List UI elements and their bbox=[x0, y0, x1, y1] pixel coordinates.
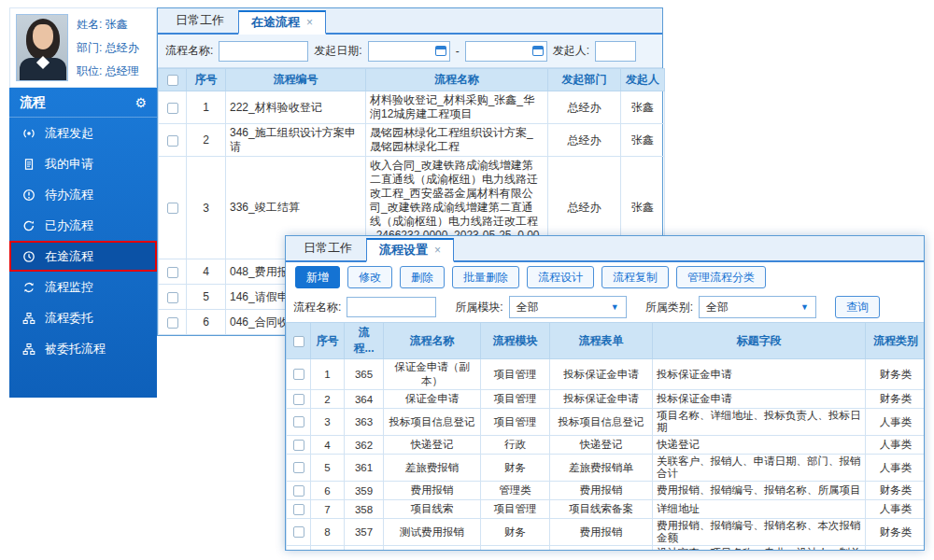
table-row[interactable]: 2346_施工组织设计方案申请晟铭园林绿化工程组织设计方案_晟铭园林绿化工程总经… bbox=[159, 124, 665, 157]
sidebar-item-label: 待办流程 bbox=[45, 187, 93, 203]
table-row[interactable]: 6359费用报销管理类费用报销费用报销、报销编号、报销名称、所属项目财务类 bbox=[287, 482, 926, 500]
close-icon[interactable]: × bbox=[434, 244, 441, 257]
row-checkbox[interactable] bbox=[293, 416, 304, 427]
table-row[interactable]: 1365保证金申请（副本）项目管理投标保证金申请投标保证金申请财务类 bbox=[287, 359, 926, 390]
col-header-form[interactable]: 流程表单 bbox=[550, 323, 653, 359]
select-all-checkbox[interactable] bbox=[167, 75, 178, 86]
cell-title: 关联客户、报销人、申请日期、部门、报销合计 bbox=[653, 455, 866, 482]
cell-category: 财务类 bbox=[866, 482, 926, 500]
initiator-label: 发起人: bbox=[553, 43, 589, 59]
sidebar-item-monitor[interactable]: 流程监控 bbox=[9, 272, 157, 302]
col-header-name[interactable]: 流程名称 bbox=[366, 69, 548, 91]
manage-category-button[interactable]: 管理流程分类 bbox=[676, 266, 766, 288]
row-checkbox[interactable] bbox=[293, 440, 304, 451]
row-checkbox[interactable] bbox=[293, 504, 304, 515]
cell-name: 测试费用报销 bbox=[384, 519, 481, 546]
add-button[interactable]: 新增 bbox=[295, 266, 340, 288]
process-copy-button[interactable]: 流程复制 bbox=[601, 266, 669, 288]
sidebar-item-label: 我的申请 bbox=[45, 156, 93, 173]
tab-daily-work-2[interactable]: 日常工作 bbox=[291, 236, 364, 260]
cell-dept: 总经办 bbox=[548, 124, 621, 157]
sidebar-item-done[interactable]: 已办流程 bbox=[9, 210, 157, 241]
initiator-input[interactable] bbox=[595, 41, 636, 62]
tab-in-transit[interactable]: 在途流程 × bbox=[238, 10, 326, 35]
date-from-input[interactable] bbox=[368, 41, 450, 62]
process-name-input[interactable] bbox=[219, 41, 308, 62]
sidebar-item-delegated-to-me[interactable]: 被委托流程 bbox=[9, 333, 157, 364]
sidebar-item-todo[interactable]: 待办流程 bbox=[9, 179, 157, 210]
category-select[interactable]: 全部 ▼ bbox=[699, 296, 816, 318]
cell-category: 财务类 bbox=[866, 359, 926, 390]
delegate-icon bbox=[21, 312, 37, 325]
process-name-input[interactable] bbox=[347, 297, 436, 317]
row-checkbox[interactable] bbox=[293, 485, 304, 497]
w2-table-body: 1365保证金申请（副本）项目管理投标保证金申请投标保证金申请财务类2364保证… bbox=[287, 359, 926, 552]
col-header-name[interactable]: 流程名称 bbox=[384, 323, 481, 359]
table-row[interactable]: 2364保证金申请项目管理投标保证金申请投标保证金申请财务类 bbox=[287, 390, 926, 409]
tab-daily-work[interactable]: 日常工作 bbox=[163, 8, 236, 33]
checkbox-cell bbox=[287, 519, 311, 546]
row-checkbox[interactable] bbox=[167, 103, 178, 114]
col-header-module[interactable]: 流程模块 bbox=[481, 323, 550, 359]
row-checkbox[interactable] bbox=[293, 394, 304, 405]
module-select[interactable]: 全部 ▼ bbox=[509, 296, 627, 318]
select-all-checkbox[interactable] bbox=[293, 336, 304, 347]
cell-form: 差旅费报销单 bbox=[550, 455, 653, 482]
cell-name: 费用报销 bbox=[384, 482, 481, 500]
table-row[interactable]: 5361差旅费报销财务差旅费报销单关联客户、报销人、申请日期、部门、报销合计人事… bbox=[287, 455, 926, 482]
cell-title: 设计审查、项目名称、专业、设计人、制单日期 bbox=[653, 546, 866, 552]
col-header-no[interactable]: 序号 bbox=[311, 323, 345, 359]
process-design-button[interactable]: 流程设计 bbox=[527, 266, 594, 288]
sidebar-item-delegate[interactable]: 流程委托 bbox=[9, 302, 157, 333]
table-row[interactable]: 8357测试费用报销财务费用报销费用报销、报销编号、报销名称、本次报销金额财务类 bbox=[287, 519, 926, 546]
row-checkbox[interactable] bbox=[293, 462, 304, 473]
sidebar-item-in-transit[interactable]: 在途流程 bbox=[9, 241, 157, 272]
process-name-label: 流程名称: bbox=[293, 300, 341, 315]
tab-label: 在途流程 bbox=[251, 14, 300, 31]
done-icon bbox=[21, 219, 37, 232]
col-header-dept[interactable]: 发起部门 bbox=[548, 69, 621, 91]
table-row[interactable]: 3363投标项目信息登记项目管理投标项目信息登记项目名称、详细地址、投标负责人、… bbox=[287, 409, 926, 436]
row-checkbox[interactable] bbox=[167, 292, 178, 303]
col-header-code[interactable]: 流程... bbox=[345, 323, 384, 359]
process-name-label: 流程名称: bbox=[165, 43, 213, 59]
row-checkbox[interactable] bbox=[167, 203, 178, 214]
row-checkbox[interactable] bbox=[167, 135, 178, 147]
table-row[interactable]: 1222_材料验收登记材料验收登记_材料采购_张鑫_华润12城房建工程项目总经办… bbox=[159, 91, 665, 124]
col-header-title-field[interactable]: 标题字段 bbox=[653, 323, 866, 359]
col-header-category[interactable]: 流程类别 bbox=[866, 323, 926, 359]
search-button[interactable]: 查询 bbox=[835, 296, 880, 318]
gear-icon[interactable]: ⚙ bbox=[134, 95, 147, 110]
table-row[interactable]: 4362快递登记行政快递登记快递登记人事类 bbox=[287, 436, 926, 455]
edit-button[interactable]: 修改 bbox=[347, 266, 392, 288]
calendar-icon[interactable] bbox=[435, 46, 446, 56]
col-header-person[interactable]: 发起人 bbox=[621, 69, 665, 91]
row-checkbox[interactable] bbox=[293, 526, 304, 538]
col-header-no[interactable]: 序号 bbox=[187, 69, 226, 91]
cell-form: 费用报销 bbox=[550, 519, 653, 546]
calendar-icon[interactable] bbox=[532, 46, 544, 56]
cell-module: 项目管理 bbox=[481, 500, 550, 519]
date-to-input[interactable] bbox=[465, 41, 547, 62]
col-header-code[interactable]: 流程编号 bbox=[226, 69, 366, 91]
table-row[interactable]: 7358项目线索项目管理项目线索备案详细地址人事类 bbox=[287, 500, 926, 519]
header-checkbox-cell bbox=[159, 69, 187, 91]
w1-tab-bar: 日常工作 在途流程 × bbox=[158, 8, 662, 35]
close-icon[interactable]: × bbox=[306, 16, 313, 29]
sidebar-item-process-start[interactable]: 流程发起 bbox=[9, 118, 157, 148]
checkbox-cell bbox=[159, 310, 187, 335]
send-icon bbox=[21, 127, 37, 140]
cell-form: 项目线索备案 bbox=[550, 500, 653, 519]
tab-process-settings[interactable]: 流程设置 × bbox=[366, 238, 454, 262]
sidebar-item-my-requests[interactable]: 我的申请 bbox=[9, 148, 157, 179]
table-row[interactable]: 9356设计审查项目管理设计审查设计审查、项目名称、专业、设计人、制单日期人事类 bbox=[287, 546, 926, 552]
checkbox-cell bbox=[159, 157, 187, 259]
cell-title: 详细地址 bbox=[653, 500, 866, 519]
delete-button[interactable]: 删除 bbox=[400, 266, 445, 288]
row-checkbox[interactable] bbox=[167, 317, 178, 329]
row-checkbox[interactable] bbox=[167, 267, 178, 278]
cell-no: 7 bbox=[311, 500, 345, 519]
cell-title: 快递登记 bbox=[653, 436, 866, 455]
batch-delete-button[interactable]: 批量删除 bbox=[452, 266, 519, 288]
row-checkbox[interactable] bbox=[293, 369, 304, 380]
